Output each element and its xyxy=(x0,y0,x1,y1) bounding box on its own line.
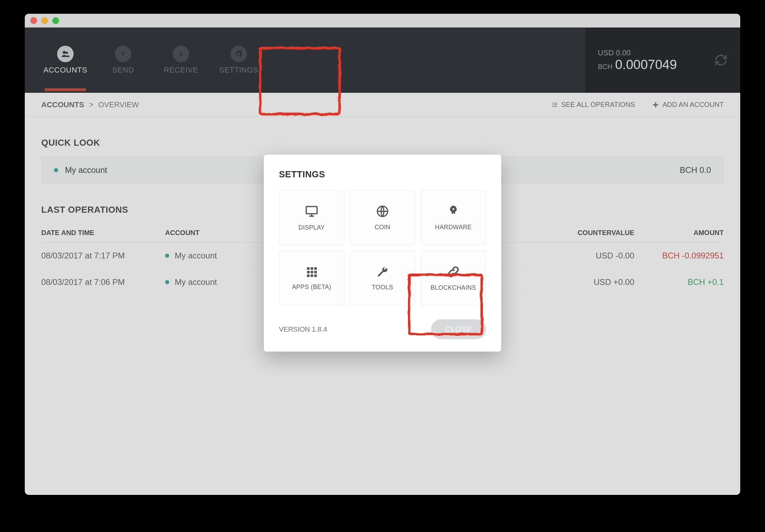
link-icon xyxy=(446,265,460,279)
tile-coin[interactable]: COIN xyxy=(350,190,415,245)
tile-blockchains[interactable]: BLOCKCHAINS xyxy=(421,251,486,306)
tile-hardware-label: HARDWARE xyxy=(435,224,472,231)
svg-point-13 xyxy=(453,208,454,210)
monitor-icon xyxy=(304,204,319,219)
svg-rect-18 xyxy=(311,271,313,274)
svg-rect-21 xyxy=(311,274,313,277)
settings-modal: SETTINGS DISPLAY COIN HARDWARE APPS (BET… xyxy=(264,155,501,352)
grid-icon xyxy=(305,266,318,278)
tile-hardware[interactable]: HARDWARE xyxy=(421,190,486,245)
svg-rect-20 xyxy=(307,274,310,277)
svg-rect-19 xyxy=(314,271,317,274)
close-button[interactable]: CLOSE xyxy=(431,319,486,339)
settings-tiles: DISPLAY COIN HARDWARE APPS (BETA) TOOLS … xyxy=(279,190,486,306)
tile-display-label: DISPLAY xyxy=(299,224,325,231)
svg-rect-17 xyxy=(307,271,310,274)
svg-rect-22 xyxy=(314,274,317,277)
version-label: VERSION 1.8.4 xyxy=(279,325,327,333)
svg-rect-11 xyxy=(306,207,317,214)
globe-icon xyxy=(376,204,389,218)
modal-title: SETTINGS xyxy=(279,169,486,180)
tile-tools-label: TOOLS xyxy=(372,284,393,291)
tile-apps-label: APPS (BETA) xyxy=(292,284,331,291)
svg-rect-16 xyxy=(314,267,317,270)
tile-blockchains-label: BLOCKCHAINS xyxy=(431,284,476,291)
svg-rect-15 xyxy=(311,267,313,270)
svg-rect-14 xyxy=(307,267,310,270)
tile-display[interactable]: DISPLAY xyxy=(279,190,344,245)
tile-tools[interactable]: TOOLS xyxy=(350,251,415,306)
wrench-icon xyxy=(376,265,389,278)
app-window: ACCOUNTS SEND RECEIVE SETTINGS xyxy=(25,14,740,495)
tile-apps[interactable]: APPS (BETA) xyxy=(279,251,344,306)
rocket-icon xyxy=(446,204,460,218)
tile-coin-label: COIN xyxy=(375,224,390,231)
